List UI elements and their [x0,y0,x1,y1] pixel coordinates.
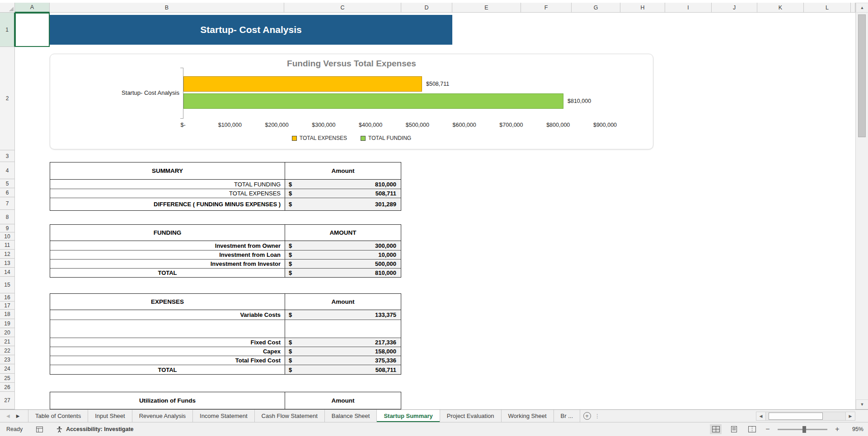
zoom-slider-thumb[interactable] [802,426,806,433]
row-header-6[interactable]: 6 [0,188,15,197]
column-header-f[interactable]: F [521,3,572,13]
funding-label-cell[interactable]: Investment from Investor [50,260,285,268]
sheet-tab-startup-summary[interactable]: Startup Summary [377,410,440,422]
row-header-1[interactable]: 1 [0,13,15,47]
expenses-label-cell[interactable]: Variable Costs [50,310,285,320]
funding-label-cell[interactable]: Investment from Owner [50,241,285,250]
summary-amount-cell[interactable]: $810,000 [285,180,401,189]
row-header-24[interactable]: 24 [0,364,15,374]
sheet-tab-cash-flow-statement[interactable]: Cash Flow Statement [255,410,325,422]
vertical-scroll-thumb[interactable] [858,14,866,137]
utilization-header-amount[interactable]: Amount [285,392,401,409]
expenses-label-cell[interactable] [50,320,285,338]
zoom-level-label[interactable]: 95% [847,426,863,432]
row-header-26[interactable]: 26 [0,383,15,392]
funding-amount-cell[interactable]: $500,000 [285,260,401,268]
page-break-view-icon[interactable] [746,424,758,434]
summary-amount-cell[interactable]: $508,711 [285,189,401,198]
column-header-l[interactable]: L [804,3,851,13]
summary-header-amount[interactable]: Amount [285,162,401,179]
bar-total-expenses[interactable] [183,76,422,92]
macro-record-icon[interactable] [33,424,45,434]
expenses-label-cell[interactable]: Total Fixed Cost [50,356,285,365]
page-layout-view-icon[interactable] [728,424,740,434]
vertical-scrollbar[interactable]: ▲ ▼ [855,3,868,409]
row-header-3[interactable]: 3 [0,150,15,162]
column-header-a[interactable]: A [15,3,50,13]
column-header-k[interactable]: K [757,3,804,13]
funding-amount-cell[interactable]: $10,000 [285,250,401,259]
row-header-5[interactable]: 5 [0,179,15,188]
sheet-tab-table-of-contents[interactable]: Table of Contents [28,410,88,422]
row-header-14[interactable]: 14 [0,268,15,277]
sheet-tab-br[interactable]: Br ... [554,410,580,422]
funding-label-cell[interactable]: TOTAL [50,269,285,277]
expenses-label-cell[interactable]: TOTAL [50,365,285,374]
row-header-9[interactable]: 9 [0,224,15,232]
scroll-right-icon[interactable]: ▶ [845,412,855,421]
funding-amount-cell[interactable]: $300,000 [285,241,401,250]
row-header-22[interactable]: 22 [0,346,15,355]
row-header-8[interactable]: 8 [0,210,15,224]
row-header-18[interactable]: 18 [0,310,15,319]
row-header-16[interactable]: 16 [0,293,15,301]
row-header-12[interactable]: 12 [0,250,15,259]
row-header-21[interactable]: 21 [0,337,15,346]
sheet-tab-working-sheet[interactable]: Working Sheet [502,410,554,422]
normal-view-icon[interactable] [710,424,722,434]
page-title-banner[interactable]: Startup- Cost Analysis [50,15,452,45]
scroll-left-icon[interactable]: ◀ [756,412,766,421]
column-header-e[interactable]: E [452,3,521,13]
accessibility-status[interactable]: Accessibility: Investigate [56,426,133,433]
row-header-10[interactable]: 10 [0,232,15,241]
zoom-in-icon[interactable]: + [834,425,841,433]
expenses-amount-cell[interactable]: $217,336 [285,338,401,347]
expenses-label-cell[interactable]: Capex [50,347,285,356]
row-header-25[interactable]: 25 [0,374,15,383]
expenses-header-amount[interactable]: Amount [285,294,401,310]
zoom-out-icon[interactable]: − [764,425,771,433]
row-header-23[interactable]: 23 [0,355,15,364]
row-header-19[interactable]: 19 [0,319,15,328]
scroll-up-icon[interactable]: ▲ [856,3,868,13]
funding-header-amount[interactable]: AMOUNT [285,225,401,241]
add-sheet-button[interactable]: + [580,410,594,422]
column-header-g[interactable]: G [572,3,620,13]
summary-label-cell[interactable]: TOTAL FUNDING [50,180,285,189]
funding-label-cell[interactable]: Investment from Loan [50,250,285,259]
sheet-tab-project-evaluation[interactable]: Project Evaluation [440,410,502,422]
row-header-27[interactable]: 27 [0,392,15,409]
horizontal-scroll-thumb[interactable] [769,413,823,420]
row-header-11[interactable]: 11 [0,241,15,250]
row-header-13[interactable]: 13 [0,259,15,268]
summary-label-cell[interactable]: TOTAL EXPENSES [50,189,285,198]
expenses-amount-cell[interactable]: $133,375 [285,310,401,320]
expenses-label-cell[interactable]: Fixed Cost [50,338,285,347]
column-header-j[interactable]: J [712,3,757,13]
row-header-7[interactable]: 7 [0,197,15,210]
column-header-d[interactable]: D [401,3,452,13]
zoom-slider[interactable] [778,429,827,430]
sheet-tab-input-sheet[interactable]: Input Sheet [88,410,132,422]
select-all-corner[interactable] [0,3,15,13]
funding-amount-cell[interactable]: $810,000 [285,269,401,277]
scroll-down-icon[interactable]: ▼ [856,399,868,409]
summary-label-cell[interactable]: DIFFERENCE ( FUNDING MINUS EXPENSES ) [50,198,285,210]
summary-header-label[interactable]: SUMMARY [50,162,285,179]
column-header-h[interactable]: H [620,3,665,13]
expenses-amount-cell[interactable] [285,320,401,338]
expenses-header-label[interactable]: EXPENSES [50,294,285,310]
expenses-amount-cell[interactable]: $158,000 [285,347,401,356]
row-header-15[interactable]: 15 [0,277,15,293]
column-header-c[interactable]: C [284,3,401,13]
bar-total-funding[interactable] [183,93,563,109]
horizontal-scroll-track[interactable] [766,412,845,421]
sheet-tab-income-statement[interactable]: Income Statement [193,410,255,422]
active-cell-a1[interactable] [15,13,50,47]
expenses-amount-cell[interactable]: $375,336 [285,356,401,365]
horizontal-scrollbar[interactable]: ◀ ▶ [756,412,855,421]
row-header-17[interactable]: 17 [0,301,15,310]
column-header-i[interactable]: I [665,3,712,13]
expenses-amount-cell[interactable]: $508,711 [285,365,401,374]
tabs-scroll-left-icon[interactable]: ◀ [6,413,10,418]
